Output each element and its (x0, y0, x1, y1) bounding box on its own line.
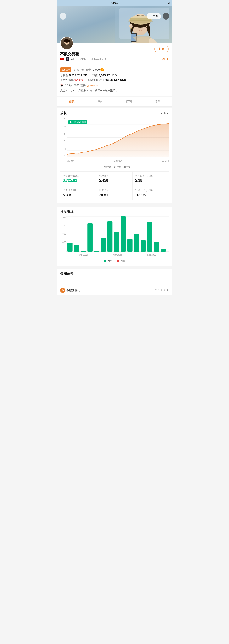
max-drawdown: 最大回撤率 6.45% (60, 78, 83, 82)
metric-cell-trade-count: 交易笔数 5,456 (96, 172, 133, 186)
avatar-wrap (60, 36, 73, 50)
legend-line-icon (98, 167, 103, 167)
bar-chart-legend: 盈利 亏损 (60, 259, 169, 263)
metric-cell-avg-loss: 平均亏损 (USD) -13.95 (133, 186, 169, 200)
section-separator-1 (57, 203, 172, 205)
tab-rating[interactable]: 评分 (86, 97, 114, 106)
tab-subscribe[interactable]: 订阅 (114, 97, 143, 106)
username: 不败交易花 (60, 52, 169, 56)
weekly-section: 每周盈亏 (57, 269, 172, 286)
home-button[interactable]: ⇄ 主页 (147, 13, 161, 19)
rating-row: 7.5 /10 订阅 48 价格 1,000 ₮ (60, 68, 169, 72)
svg-rect-33 (101, 238, 106, 252)
weekly-title: 每周盈亏 (60, 272, 73, 276)
stats-section: 7.5 /10 订阅 48 价格 1,000 ₮ 总收益 6,719.75 US… (57, 65, 172, 96)
nav-bar: ‹ ⇄ 主页 ··· (57, 12, 172, 21)
status-icons: 52 (168, 2, 170, 4)
subscriber-count: 订阅 48 (74, 68, 84, 72)
svg-rect-40 (147, 222, 153, 252)
growth-chart: 8K 6K 4K 2K 0 -2K 6,719.75 USD (60, 118, 169, 164)
svg-rect-39 (141, 240, 146, 252)
connect-row: 📅 12 Apr 2023 连接 @TMGM (60, 84, 169, 87)
broker-name: TMGM.TradeMax-Live2 (78, 58, 107, 61)
subscribe-button[interactable]: 订阅 (154, 46, 169, 52)
follow-capital: 跟随资金总额 458,314.87 USD (88, 78, 126, 82)
profit-legend-dot (103, 260, 106, 262)
chevron-down-icon: ▼ (166, 57, 169, 61)
loss-legend-dot (117, 260, 119, 262)
watermark-footer: 不 不败交易花 近 180 天 ▼ (57, 286, 172, 295)
dashed-reference-line (88, 123, 169, 123)
svg-rect-37 (127, 239, 133, 252)
svg-point-17 (64, 39, 70, 42)
metric-cell-closed-profit: 平仓盈亏 (USD) 6,725.82 (60, 172, 96, 186)
current-value-label: 6,719.75 USD (68, 120, 87, 124)
bar-chart-inner (66, 216, 169, 252)
status-time: 14:45 (111, 2, 118, 4)
more-button[interactable]: ··· (163, 13, 169, 20)
growth-chart-section: 成长 全部 ▼ 8K 6K 4K 2K 0 -2K 6,719.75 USD (57, 108, 172, 203)
svg-rect-36 (121, 216, 126, 252)
metrics-grid: 平仓盈亏 (USD) 6,725.82 交易笔数 5,456 平均盈利 (USD… (60, 171, 169, 200)
back-button[interactable]: ‹ (60, 13, 66, 20)
profile-description: 入金700，11个月盈利11倍。请用ecn账户跟单。 (60, 88, 169, 92)
bar-chart-svg (66, 216, 169, 252)
token-icon: ₮ (100, 68, 104, 72)
profile-section: 订阅 不败交易花 T #1 | TMGM.TradeMax-Live2 #1 ▼ (57, 43, 172, 65)
watermark-logo: 不 不败交易花 (60, 288, 80, 293)
user-meta: T #1 | TMGM.TradeMax-Live2 #1 ▼ (60, 57, 169, 61)
growth-chart-title: 成长 (60, 111, 67, 116)
svg-rect-34 (107, 222, 113, 252)
avatar (60, 36, 73, 50)
filter-chevron-icon: ▼ (166, 112, 169, 115)
tab-chart[interactable]: 图表 (57, 97, 86, 106)
bar-x-axis: Oct 2022 Mar 2023 Sep 2023 (66, 252, 169, 258)
nav-right-group: ⇄ 主页 ··· (147, 13, 169, 20)
weekly-header: 每周盈亏 (60, 272, 169, 276)
svg-point-14 (130, 28, 132, 29)
net-value: 净值 2,649.17 USD (92, 74, 117, 77)
battery-icon: 52 (168, 2, 170, 4)
platform-badge: T (66, 57, 69, 61)
calendar-icon: 📅 (60, 84, 64, 87)
svg-rect-29 (74, 245, 79, 252)
hero-illustration (57, 6, 172, 43)
svg-rect-32 (94, 251, 99, 252)
avatar-image (61, 37, 73, 49)
connect-broker-name[interactable]: @TMGM (87, 84, 98, 87)
svg-rect-28 (67, 243, 73, 252)
chart-legend-label: 总收益（包含持仓收益） (104, 165, 131, 169)
profit-row: 总收益 6,719.75 USD 净值 2,649.17 USD (60, 74, 169, 77)
svg-rect-31 (87, 224, 92, 252)
chart-svg-area: 6,719.75 USD (67, 118, 169, 158)
chart-y-axis: 8K 6K 4K 2K 0 -2K (60, 118, 66, 158)
tab-order[interactable]: 订单 (143, 97, 172, 106)
home-icon: ⇄ (150, 15, 152, 18)
monthly-title: 月度表现 (60, 210, 73, 214)
profit-legend-label: 盈利 (107, 260, 112, 262)
bar-y-axis: 1.6K 1.2K 800 400 0 (60, 216, 66, 252)
svg-point-10 (142, 24, 145, 26)
loss-legend-label: 亏损 (121, 260, 126, 262)
price-info: 价格 1,000 ₮ (86, 68, 104, 72)
drawdown-row: 最大回撤率 6.45% 跟随资金总额 458,314.87 USD (60, 78, 169, 82)
growth-filter-button[interactable]: 全部 ▼ (160, 111, 169, 115)
metric-cell-win-rate: 胜率 (%) 78.51 (96, 186, 133, 200)
monthly-bar-chart: 1.6K 1.2K 800 400 0 (60, 216, 169, 258)
rank-number: #1 (71, 58, 74, 61)
rank-right-badge[interactable]: #1 ▼ (162, 57, 169, 61)
watermark-text: 不败交易花 (66, 288, 80, 292)
tab-bar: 图表 评分 订阅 订单 (57, 97, 172, 106)
svg-rect-41 (154, 242, 159, 252)
total-profit: 总收益 6,719.75 USD (60, 74, 87, 77)
hero-banner: ‹ ⇄ 主页 ··· (57, 6, 172, 43)
metric-cell-avg-hold-time: 平均持仓时间 5.3 h (60, 186, 96, 200)
date-range-filter[interactable]: 近 180 天 ▼ (155, 288, 169, 292)
status-bar: 14:45 52 (57, 0, 172, 6)
monthly-header: 月度表现 (60, 210, 169, 214)
growth-chart-header: 成长 全部 ▼ (60, 111, 169, 116)
divider: | (76, 57, 76, 61)
svg-point-9 (135, 24, 139, 26)
main-stats: 总收益 6,719.75 USD 净值 2,649.17 USD 最大回撤率 6… (60, 74, 169, 82)
more-icon: ··· (164, 14, 168, 18)
